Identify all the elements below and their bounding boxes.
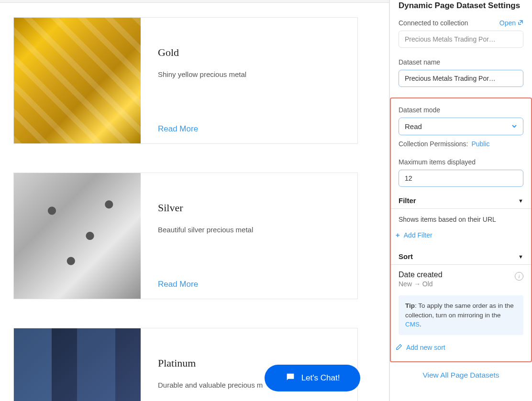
sort-field: Date created	[399, 271, 443, 279]
item-description: Beautiful silver precious metal	[158, 225, 340, 235]
plus-icon: +	[396, 231, 400, 239]
list-item: Silver Beautiful silver precious metal R…	[13, 173, 358, 299]
item-image[interactable]	[14, 18, 141, 143]
sort-direction: New → Old	[399, 280, 443, 288]
item-title: Silver	[158, 202, 340, 214]
connected-label: Connected to collection	[399, 19, 468, 27]
filter-section-header[interactable]: Filter ▼	[391, 193, 531, 209]
read-more-link[interactable]: Read More	[158, 260, 340, 289]
top-strip	[0, 0, 389, 3]
dataset-name-input[interactable]: Precious Metals Trading Por…	[399, 70, 523, 87]
item-image[interactable]	[14, 173, 141, 299]
chevron-down-icon	[511, 122, 517, 130]
chat-label: Let's Chat!	[301, 373, 340, 383]
pencil-icon	[396, 344, 402, 352]
filter-description: Shows items based on their URL	[399, 209, 531, 227]
caret-down-icon: ▼	[518, 198, 523, 204]
sort-section-header[interactable]: Sort ▼	[391, 249, 531, 265]
add-sort-button[interactable]: Add new sort	[396, 340, 445, 356]
open-collection-link[interactable]: Open	[499, 19, 523, 27]
caret-down-icon: ▼	[518, 254, 523, 260]
collection-field[interactable]: Precious Metals Trading Por…	[399, 31, 523, 48]
item-description: Shiny yellow precious metal	[158, 69, 340, 79]
canvas: Gold Shiny yellow precious metal Read Mo…	[0, 0, 389, 401]
add-filter-button[interactable]: + Add Filter	[396, 227, 432, 243]
external-link-icon	[518, 19, 523, 27]
dataset-name-label: Dataset name	[399, 58, 523, 66]
dataset-mode-value: Read	[405, 122, 422, 130]
permissions-link[interactable]: Public	[471, 140, 489, 148]
list-item: Gold Shiny yellow precious metal Read Mo…	[13, 17, 358, 144]
dataset-mode-label: Dataset mode	[399, 106, 523, 114]
max-items-input[interactable]: 12	[399, 170, 523, 187]
cms-link[interactable]: CMS	[405, 321, 420, 328]
card-list: Gold Shiny yellow precious metal Read Mo…	[0, 3, 389, 401]
dataset-mode-select[interactable]: Read	[399, 118, 523, 135]
max-items-label: Maximum items displayed	[399, 158, 523, 166]
item-image[interactable]	[14, 328, 141, 401]
settings-panel: Dynamic Page Dataset Settings Connected …	[389, 0, 532, 401]
chat-icon	[285, 372, 296, 385]
chat-button[interactable]: Let's Chat!	[265, 365, 360, 391]
panel-title: Dynamic Page Dataset Settings	[399, 0, 523, 19]
item-title: Gold	[158, 46, 340, 59]
info-icon[interactable]: i	[515, 272, 523, 281]
tip-box: Tip: To apply the same order as in the c…	[399, 295, 523, 335]
read-more-link[interactable]: Read More	[158, 105, 340, 134]
sort-item[interactable]: Date created New → Old i	[399, 265, 523, 288]
view-all-datasets-link[interactable]: View All Page Datasets	[399, 362, 523, 379]
permissions-row: Collection Permissions: Public	[399, 140, 523, 148]
highlighted-section: Dataset mode Read Collection Permissions…	[390, 98, 532, 362]
